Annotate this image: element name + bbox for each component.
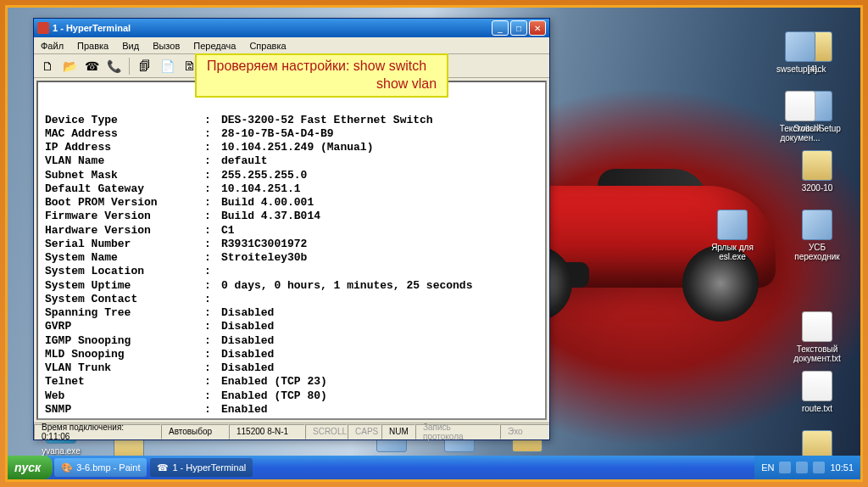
titlebar[interactable]: 1 - HyperTerminal _ □ ✕ — [34, 19, 549, 37]
terminal-row: MLD Snooping: Disabled — [45, 348, 538, 361]
tray-clock[interactable]: 10:51 — [830, 462, 854, 473]
tray-lang[interactable]: EN — [761, 462, 774, 473]
statusbar: Время подключения: 0:11:06 Автовыбор 115… — [34, 423, 549, 439]
taskbar-item-paint[interactable]: 🎨3-6.bmp - Paint — [54, 458, 147, 477]
desktop-icon-route[interactable]: route.txt — [787, 371, 847, 413]
menu-edit[interactable]: Правка — [74, 39, 112, 53]
tray-icon[interactable] — [796, 462, 808, 473]
menu-help[interactable]: Справка — [246, 39, 289, 53]
terminal-row: IP Address: 10.104.251.249 (Manual) — [45, 141, 538, 154]
taskbar-item-hyperterminal[interactable]: ☎1 - HyperTerminal — [150, 458, 253, 477]
status-num: NUM — [381, 424, 415, 439]
menubar: Файл Правка Вид Вызов Передача Справка — [34, 37, 549, 54]
tray-icon[interactable] — [779, 462, 791, 473]
window-title: 1 - HyperTerminal — [53, 23, 492, 33]
toolbar-open-icon[interactable]: 📂 — [61, 58, 78, 75]
terminal-row: SNMP: Enabled — [45, 403, 538, 417]
terminal-row: System Location: — [45, 265, 538, 278]
desktop-icon-usb[interactable]: УСБ переходник — [787, 210, 847, 261]
status-protocol: Запись протокола — [415, 424, 500, 439]
system-tray[interactable]: EN 10:51 — [754, 456, 860, 479]
desktop-icon-textdoc2[interactable]: Текстовый докумен... — [771, 91, 830, 143]
menu-call[interactable]: Вызов — [149, 39, 183, 53]
terminal-row: Subnet Mask: 255.255.255.0 — [45, 169, 538, 182]
status-auto: Автовыбор — [161, 424, 229, 439]
toolbar-new-icon[interactable]: 🗋 — [39, 58, 56, 75]
toolbar-receive-icon[interactable]: 📄 — [159, 58, 175, 75]
desktop-icon-swsetup4[interactable]: swsetup[4]... — [771, 31, 830, 74]
terminal-row: VLAN Name: default — [45, 154, 538, 168]
app-icon — [37, 22, 49, 34]
desktop-icon-esl[interactable]: Ярлык для esl.exe — [703, 210, 762, 261]
desktop-icon-3200-10[interactable]: 3200-10 — [787, 150, 847, 193]
toolbar-send-icon[interactable]: 🗐 — [136, 58, 153, 75]
terminal-row: System Name: Stroiteley30b — [45, 251, 538, 265]
terminal-row: Web: Enabled (TCP 80) — [45, 389, 538, 403]
close-button[interactable]: ✕ — [529, 20, 546, 36]
tray-icon[interactable] — [813, 462, 825, 473]
status-scroll: SCROLL — [305, 424, 348, 439]
terminal-row: Boot PROM Version: Build 4.00.001 — [45, 196, 538, 210]
hyperterminal-window: 1 - HyperTerminal _ □ ✕ Файл Правка Вид … — [33, 18, 550, 440]
start-button[interactable]: пуск — [8, 456, 53, 479]
terminal-output[interactable]: Device Type: DES-3200-52 Fast Ethernet S… — [36, 81, 547, 420]
menu-file[interactable]: Файл — [37, 39, 67, 53]
terminal-row: Serial Number: R3931C3001972 — [45, 238, 538, 251]
terminal-row: System Contact: — [45, 293, 538, 306]
status-caps: CAPS — [348, 424, 381, 439]
terminal-row: Telnet: Enabled (TCP 23) — [45, 375, 538, 389]
desktop-icon-textdoc[interactable]: Текстовый документ.txt — [787, 311, 847, 363]
taskbar: пуск 🎨3-6.bmp - Paint ☎1 - HyperTerminal… — [8, 456, 860, 479]
terminal-row: Firmware Version: Build 4.37.B014 — [45, 210, 538, 223]
terminal-row: Device Type: DES-3200-52 Fast Ethernet S… — [45, 114, 538, 127]
terminal-row: Hardware Version: C1 — [45, 224, 538, 238]
status-echo: Эхо — [500, 424, 549, 439]
terminal-row: Default Gateway: 10.104.251.1 — [45, 182, 538, 196]
toolbar: 🗋 📂 ☎ 📞 🗐 📄 🖺 Проверяем настройки: show … — [34, 54, 549, 78]
menu-view[interactable]: Вид — [119, 39, 142, 53]
terminal-row: MAC Address: 28-10-7B-5A-D4-B9 — [45, 127, 538, 141]
status-connection-time: Время подключения: 0:11:06 — [34, 424, 161, 439]
terminal-row: GVRP: Disabled — [45, 320, 538, 333]
annotation-box: Проверяем настройки: show switch show vl… — [195, 53, 448, 98]
menu-transfer[interactable]: Передача — [190, 39, 239, 53]
status-params: 115200 8-N-1 — [229, 424, 305, 439]
toolbar-disconnect-icon[interactable]: ☎ — [83, 58, 100, 75]
minimize-button[interactable]: _ — [492, 20, 509, 36]
toolbar-call-icon[interactable]: 📞 — [105, 58, 122, 75]
maximize-button[interactable]: □ — [510, 20, 527, 36]
terminal-row: System Uptime: 0 days, 0 hours, 1 minute… — [45, 279, 538, 293]
terminal-row: IGMP Snooping: Disabled — [45, 334, 538, 348]
terminal-row: VLAN Trunk: Disabled — [45, 361, 538, 375]
terminal-row: Spanning Tree: Disabled — [45, 306, 538, 320]
